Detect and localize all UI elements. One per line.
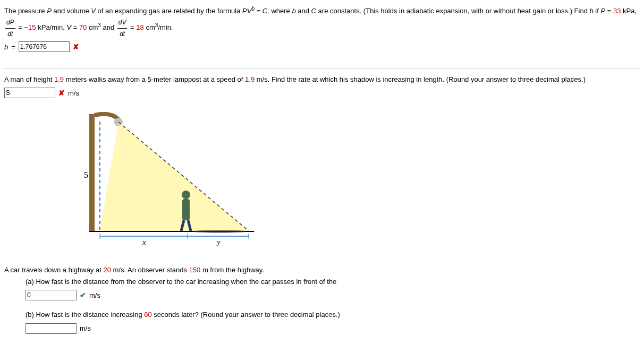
q3-text: m/s. An observer stands	[111, 266, 189, 274]
q1-eq: =	[130, 24, 136, 32]
lamp-height-label: 5	[84, 170, 88, 179]
q1-frac-dvdt: dVdt	[117, 17, 128, 39]
q1-unit: kPa,	[621, 7, 637, 15]
incorrect-icon: ✘	[58, 89, 65, 97]
q1-text: of an expanding gas are related by the f…	[96, 7, 242, 15]
q3-part-a-text: (a) How fast is the distance from the ob…	[26, 276, 640, 288]
q1-answer-row: b = ✘	[4, 41, 640, 52]
svg-marker-2	[100, 122, 249, 231]
q2-height: 1.9	[54, 75, 64, 83]
question-2: A man of height 1.9 meters walks away fr…	[4, 74, 640, 248]
q1-eq: =	[71, 24, 79, 32]
question-3: A car travels down a highway at 20 m/s. …	[4, 264, 640, 333]
q3-part-a: (a) How fast is the distance from the ob…	[26, 276, 640, 300]
q1-P2: P	[600, 7, 605, 15]
svg-rect-7	[182, 199, 190, 220]
q1-text: The pressure	[4, 7, 47, 15]
q1-val-p: 33	[613, 7, 621, 15]
svg-point-10	[193, 230, 246, 233]
svg-rect-0	[89, 114, 95, 231]
q1-frac-dpdt: dPdt	[5, 17, 15, 39]
question-2-text: A man of height 1.9 meters walks away fr…	[4, 74, 640, 85]
q1-text: if	[594, 7, 601, 15]
q2-text: A man of height	[4, 75, 54, 83]
q1-eqC: = C,	[255, 7, 269, 15]
q1-answer-label: b	[4, 43, 8, 51]
q2-answer-input[interactable]	[4, 88, 55, 98]
q3-a-answer-row: ✔ m/s	[26, 290, 640, 300]
q1-unit: kPa/min,	[36, 24, 67, 32]
q3-b-unit: m/s	[80, 324, 91, 332]
separator	[4, 68, 640, 68]
q1-C: C	[311, 7, 316, 15]
q3-b-text2: seconds later? (Round your answer to thr…	[152, 310, 340, 318]
q3-b-answer-input[interactable]	[26, 323, 77, 334]
q2-text: m/s. Find the rate at which his shadow i…	[255, 75, 586, 83]
x-label: x	[142, 238, 146, 246]
q1-unit: cm	[87, 24, 98, 32]
q3-a-unit: m/s	[89, 291, 100, 299]
lamppost-diagram: 5 x y	[68, 109, 259, 247]
q1-text: where	[269, 7, 292, 15]
q3-speed: 20	[103, 266, 111, 274]
q2-answer-row: ✘ m/s	[4, 88, 640, 98]
q1-answer-eq: =	[11, 43, 15, 51]
q1-b2: b	[589, 7, 593, 15]
q3-part-b-text: (b) How fast is the distance increasing …	[26, 309, 640, 321]
q1-val-dv: 18	[136, 24, 143, 32]
q1-text: and	[296, 7, 311, 15]
q3-b-text: (b) How fast is the distance increasing	[26, 310, 144, 318]
question-3-text: A car travels down a highway at 20 m/s. …	[4, 264, 640, 276]
q1-P: P	[47, 7, 52, 15]
q1-eq: =	[18, 24, 24, 32]
q1-V: V	[91, 7, 96, 15]
q2-diagram: 5 x y	[68, 109, 640, 248]
q3-part-b: (b) How fast is the distance increasing …	[26, 309, 640, 333]
q1-permin: /min.	[158, 24, 173, 32]
q1-b: b	[292, 7, 295, 15]
q1-formula: PV	[242, 7, 251, 15]
q3-a-answer-input[interactable]	[26, 290, 77, 300]
q3-dist: 150	[189, 266, 201, 274]
incorrect-icon: ✘	[73, 42, 79, 51]
q1-eq: =	[605, 7, 613, 15]
correct-icon: ✔	[80, 291, 86, 299]
q3-b-time: 60	[144, 310, 151, 318]
q1-text: are constants. (This holds in adiabatic …	[316, 7, 590, 15]
q3-text: m from the highway.	[200, 266, 264, 274]
q3-text: A car travels down a highway at	[4, 266, 103, 274]
q1-text: and volume	[52, 7, 91, 15]
question-1: The pressure P and volume V of an expand…	[4, 4, 640, 52]
q2-text: meters walks away from a 5-meter lamppos…	[64, 75, 245, 83]
q1-val-dp: −15	[24, 24, 36, 32]
q2-unit: m/s	[68, 89, 79, 97]
q2-speed: 1.9	[245, 75, 255, 83]
svg-point-6	[182, 191, 190, 199]
q1-V2: V	[66, 24, 71, 32]
q1-val-v: 70	[79, 24, 87, 32]
question-1-text: The pressure P and volume V of an expand…	[4, 4, 640, 39]
y-label: y	[216, 238, 221, 246]
q1-answer-input[interactable]	[19, 41, 70, 52]
q1-and: and	[101, 24, 116, 32]
q3-b-answer-row: m/s	[26, 323, 640, 334]
q1-unit: cm	[144, 24, 155, 32]
